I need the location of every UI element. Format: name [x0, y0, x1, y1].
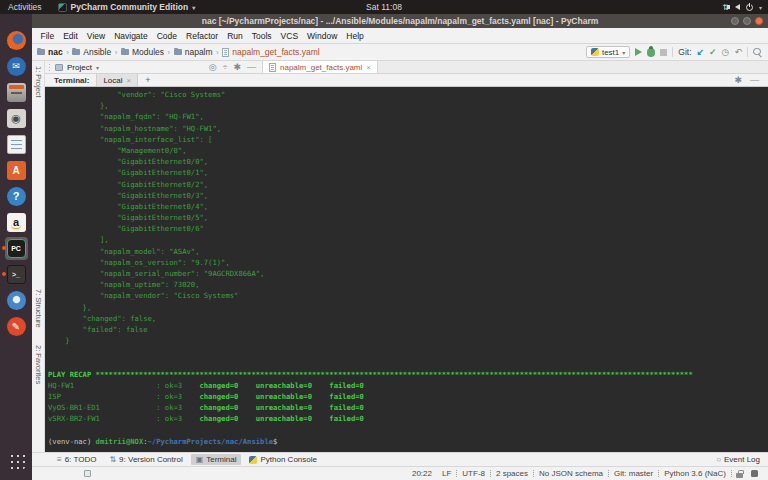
maximize-button[interactable] — [743, 17, 751, 25]
hide-panel-icon[interactable]: ― — [247, 62, 256, 72]
tab-row: Project ▾ ◎ ÷ ✱ ― napalm_get_facts.yaml … — [45, 61, 768, 74]
project-panel-header[interactable]: Project ▾ ◎ ÷ ✱ ― — [45, 61, 263, 73]
event-log-icon: ○ — [716, 455, 721, 464]
dock-item-pen[interactable]: ✎ — [5, 315, 28, 338]
sidebar-item-favorites[interactable]: 2: Favorites — [34, 345, 43, 384]
run-button[interactable] — [635, 48, 642, 56]
dock-item-rhythmbox[interactable]: ◉ — [5, 107, 28, 130]
menu-vcs[interactable]: VCS — [276, 31, 302, 41]
breadcrumb-napalm[interactable]: napalm — [174, 47, 213, 57]
git-history-icon[interactable]: ◷ — [722, 47, 730, 57]
breadcrumb-nac[interactable]: nac — [37, 47, 63, 57]
terminal-header: Terminal: Local × + ✱ ― — [45, 74, 768, 87]
window-title-bar[interactable]: nac [~/PycharmProjects/nac] - .../Ansibl… — [32, 14, 768, 28]
menu-help[interactable]: Help — [342, 31, 368, 41]
run-toolbar: test1 ▾ Git: ↙ ✓ ◷ ↶ — [586, 46, 762, 58]
toolwindow-toggle-icon[interactable] — [84, 470, 91, 477]
event-log-button[interactable]: ○ Event Log — [716, 455, 760, 464]
python-interpreter[interactable]: Python 3.6 (NaC) — [659, 469, 731, 478]
dock-item-libreoffice-writer[interactable] — [5, 133, 28, 156]
minimize-button[interactable] — [731, 17, 739, 25]
search-icon[interactable] — [753, 48, 762, 57]
git-commit-icon[interactable]: ✓ — [709, 47, 717, 57]
clock[interactable]: Sat 11:08 — [366, 2, 402, 12]
activities-button[interactable]: Activities — [8, 2, 42, 12]
terminal-line: VyOS-BR1-ED1 : ok=3 changed=0 unreachabl… — [48, 402, 768, 413]
tab-row-filler — [378, 61, 768, 73]
terminal-line: "GigabitEthernet0/4", — [48, 201, 768, 212]
system-tray[interactable]: ⇅ ▾ — [722, 3, 762, 12]
toolwindow-python-console[interactable]: Python Console — [244, 454, 321, 465]
file-encoding[interactable]: UTF-8 — [457, 469, 490, 478]
json-schema-status[interactable]: No JSON schema — [534, 469, 608, 478]
collapse-all-icon[interactable]: ÷ — [223, 62, 228, 72]
terminal-line: "napalm_interface_list": [ — [48, 134, 768, 145]
toolwindow-todo[interactable]: ≡ 6: TODO — [52, 454, 101, 465]
menu-tools[interactable]: Tools — [247, 31, 276, 41]
editor-tab-napalm-get-facts[interactable]: napalm_get_facts.yaml × — [263, 61, 378, 73]
menu-run[interactable]: Run — [223, 31, 248, 41]
todo-icon: ≡ — [57, 455, 62, 464]
menu-edit[interactable]: Edit — [59, 31, 83, 41]
menu-navigate[interactable]: Navigate — [110, 31, 153, 41]
terminal-line: "GigabitEthernet0/0", — [48, 156, 768, 167]
git-rollback-icon[interactable]: ↶ — [734, 47, 742, 57]
app-menu[interactable]: PyCharm Community Edition ▾ — [58, 2, 196, 12]
dock-item-files[interactable] — [5, 81, 28, 104]
dock-item-help[interactable]: ? — [5, 185, 28, 208]
terminal-tab-local[interactable]: Local × — [96, 74, 138, 86]
breadcrumb-ansible[interactable]: Ansible — [72, 47, 111, 57]
window-controls — [731, 17, 763, 25]
dock-item-chromium[interactable] — [5, 289, 28, 312]
dock-item-terminal[interactable]: >_ — [5, 263, 28, 286]
indent-setting[interactable]: 2 spaces — [491, 469, 533, 478]
line-separator[interactable]: LF — [437, 469, 456, 478]
dock-item-ubuntu-software[interactable]: A — [5, 159, 28, 182]
lock-icon[interactable] — [736, 473, 743, 478]
breadcrumb-modules[interactable]: Modules — [121, 47, 164, 57]
run-configuration-select[interactable]: test1 ▾ — [586, 46, 630, 58]
new-terminal-tab-button[interactable]: + — [145, 75, 150, 85]
terminal-line: "napalm_fqdn": "HQ-FW1", — [48, 111, 768, 122]
close-icon[interactable]: × — [366, 63, 371, 72]
yaml-file-icon — [222, 48, 229, 57]
python-icon — [249, 456, 257, 464]
toolwindow-terminal[interactable]: ▣ Terminal — [191, 454, 242, 465]
gear-icon[interactable]: ✱ — [233, 62, 241, 72]
terminal-line: ISP : ok=3 changed=0 unreachable=0 faile… — [48, 391, 768, 402]
sidebar-item-project[interactable]: 1: Project — [34, 66, 43, 98]
inspections-icon[interactable] — [751, 470, 758, 477]
app-menu-title: PyCharm Community Edition — [71, 2, 189, 12]
terminal-line: "GigabitEthernet0/2", — [48, 179, 768, 190]
close-button[interactable] — [755, 17, 763, 25]
breadcrumb-file[interactable]: napalm_get_facts.yaml — [222, 47, 319, 57]
python-icon — [591, 48, 599, 56]
terminal-output[interactable]: "vendor": "Cisco Systems" }, "napalm_fqd… — [45, 87, 768, 452]
libreoffice-writer-icon — [7, 135, 26, 154]
debug-button[interactable] — [647, 48, 655, 57]
toolwindow-version-control[interactable]: ⇅ 9: Version Control — [104, 454, 187, 465]
locate-file-icon[interactable]: ◎ — [209, 62, 217, 72]
dock-item-amazon[interactable]: a — [5, 211, 28, 234]
git-update-icon[interactable]: ↙ — [697, 47, 705, 57]
sidebar-item-structure[interactable]: 7: Structure — [34, 289, 43, 328]
dock-item-firefox[interactable] — [5, 29, 28, 52]
terminal-line: }, — [48, 302, 768, 313]
dock-item-show-apps[interactable] — [5, 449, 28, 472]
terminal-line: "vendor": "Cisco Systems" — [48, 89, 768, 100]
dock-item-pycharm[interactable]: PC — [5, 237, 28, 260]
stop-button[interactable] — [660, 49, 667, 56]
close-icon[interactable]: × — [127, 76, 132, 85]
hide-panel-icon[interactable]: ― — [750, 75, 759, 85]
menu-code[interactable]: Code — [152, 31, 181, 41]
menu-view[interactable]: View — [82, 31, 109, 41]
dock-item-thunderbird[interactable]: ✉ — [5, 55, 28, 78]
menu-file[interactable]: File — [36, 31, 59, 41]
gear-icon[interactable]: ✱ — [734, 75, 742, 85]
caret-position[interactable]: 20:22 — [407, 469, 437, 478]
terminal-label: Terminal: — [54, 76, 89, 85]
git-branch[interactable]: Git: master — [609, 469, 658, 478]
rhythmbox-icon: ◉ — [7, 109, 26, 128]
menu-refactor[interactable]: Refactor — [182, 31, 223, 41]
menu-window[interactable]: Window — [303, 31, 342, 41]
